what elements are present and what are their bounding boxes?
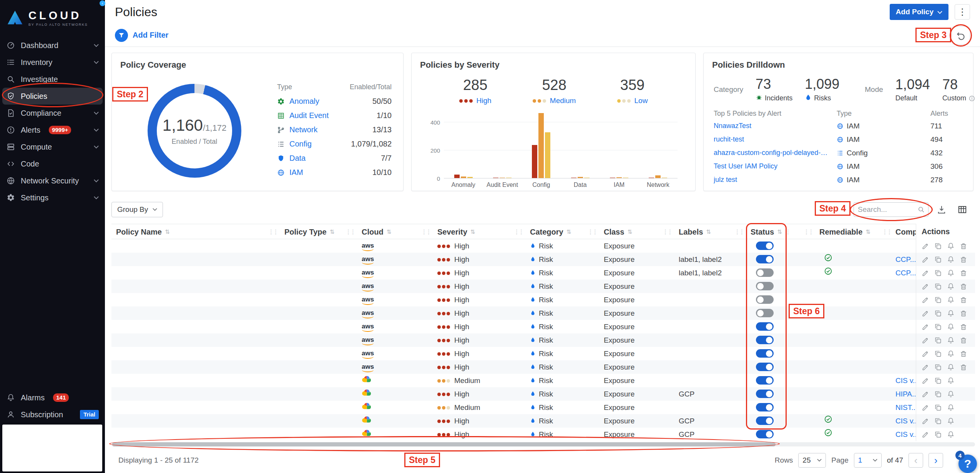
table-row[interactable]: awsHighRiskExposure [111,280,975,293]
table-row[interactable]: awsHighRiskExposurelabel1, label2CCP... [111,253,975,266]
coverage-type-link[interactable]: Anomaly [289,97,319,106]
severity-legend-link[interactable]: High [477,97,492,105]
compliance-link[interactable]: HIPA... [895,390,918,398]
status-toggle[interactable] [756,241,774,250]
bell-action-button[interactable] [947,323,955,331]
bell-action-button[interactable] [947,390,955,398]
column-grip[interactable]: ⋮⋮ [588,228,599,235]
compliance-link[interactable]: CIS v... [895,376,919,385]
sort-icon[interactable]: ⇅ [706,228,711,235]
table-row[interactable]: awsHighRiskExposure [111,360,975,374]
sidebar-item-policies[interactable]: Policies [2,88,103,105]
copy-action-button[interactable] [934,377,942,385]
bell-action-button[interactable] [947,363,955,371]
edit-action-button[interactable] [922,269,929,277]
sidebar-item-compute[interactable]: Compute [0,138,105,155]
column-header-policy-type[interactable]: Policy Type⇅⋮⋮ [284,224,357,240]
copy-action-button[interactable] [934,431,942,438]
trash-action-button[interactable] [960,350,967,358]
copy-action-button[interactable] [934,417,942,425]
help-button[interactable]: ? 4 [958,455,977,473]
bar-high[interactable] [532,145,537,178]
status-toggle[interactable] [756,416,774,425]
search-input[interactable] [854,205,917,214]
status-toggle[interactable] [756,403,774,411]
add-policy-button[interactable]: Add Policy [890,4,948,20]
edit-action-button[interactable] [922,390,929,398]
scrollbar-thumb[interactable] [112,442,776,446]
column-grip[interactable]: ⋮⋮ [785,228,789,235]
horizontal-scrollbar[interactable] [111,442,975,446]
copy-action-button[interactable] [934,310,942,317]
column-header-severity[interactable]: Severity⇅⋮⋮ [437,224,525,240]
sort-icon[interactable]: ⇅ [165,228,170,235]
sort-icon[interactable]: ⇅ [627,228,632,235]
sort-icon[interactable]: ⇅ [387,228,392,235]
trash-action-button[interactable] [960,296,967,304]
copy-action-button[interactable] [934,269,942,277]
bell-action-button[interactable] [947,336,955,344]
table-row[interactable]: HighRiskExposureGCPCIS v... [111,414,975,428]
group-by-button[interactable]: Group By [111,202,163,217]
sidebar-item-inventory[interactable]: Inventory [0,54,105,71]
trash-action-button[interactable] [960,363,967,371]
trash-action-button[interactable] [960,242,967,250]
copy-action-button[interactable] [934,350,942,358]
bell-action-button[interactable] [947,283,955,290]
table-row[interactable]: awsHighRiskExposure [111,293,975,306]
edit-action-button[interactable] [922,350,929,358]
table-row[interactable]: awsHighRiskExposure [111,320,975,333]
status-toggle[interactable] [756,282,774,290]
trash-action-button[interactable] [960,323,967,331]
edit-action-button[interactable] [922,404,929,411]
sort-icon[interactable]: ⇅ [566,228,571,235]
kebab-menu-button[interactable]: ⋮ [955,4,970,20]
copy-action-button[interactable] [934,242,942,250]
download-button[interactable] [934,202,949,217]
column-grip[interactable]: ⋮⋮ [514,228,525,235]
column-grip[interactable]: ⋮⋮ [663,228,674,235]
sort-icon[interactable]: ⇅ [777,228,782,235]
edit-action-button[interactable] [922,431,929,438]
coverage-type-link[interactable]: IAM [289,168,303,177]
column-grip[interactable]: ⋮⋮ [345,228,357,235]
status-toggle[interactable] [756,363,774,371]
column-grip[interactable]: ⋮⋮ [734,228,746,235]
sidebar-item-network-security[interactable]: Network Security [0,172,105,189]
columns-button[interactable] [955,202,970,217]
status-toggle[interactable] [756,295,774,304]
bell-action-button[interactable] [947,431,955,438]
table-row[interactable]: MediumRiskExposureCIS v... [111,374,975,387]
trash-action-button[interactable] [960,336,967,344]
status-toggle[interactable] [756,268,774,277]
table-row[interactable]: awsHighRiskExposure [111,347,975,360]
severity-legend-link[interactable]: Low [635,97,648,105]
sidebar-item-dashboard[interactable]: Dashboard [0,37,105,54]
table-row[interactable]: awsHighRiskExposure [111,333,975,347]
coverage-type-link[interactable]: Network [289,125,317,134]
severity-legend-link[interactable]: Medium [550,97,576,105]
bell-action-button[interactable] [947,242,955,250]
search-box[interactable] [854,202,929,217]
edit-action-button[interactable] [922,310,929,317]
top-policy-link[interactable]: julz test [714,176,837,184]
status-toggle[interactable] [756,349,774,358]
sidebar-collapse-button[interactable]: ‹ [100,0,105,6]
copy-action-button[interactable] [934,283,942,290]
status-toggle[interactable] [756,309,774,317]
bell-action-button[interactable] [947,377,955,385]
column-header-cloud[interactable]: Cloud⇅⋮⋮ [362,224,433,240]
bell-action-button[interactable] [947,310,955,317]
status-toggle[interactable] [756,322,774,331]
sidebar-item-investigate[interactable]: Investigate [0,71,105,88]
add-filter-button[interactable]: Add Filter [133,31,168,40]
compliance-link[interactable]: NIST... [895,403,917,411]
bell-action-button[interactable] [947,404,955,411]
sidebar-item-alarms[interactable]: Alarms 141 [0,389,105,406]
trash-action-button[interactable] [960,256,967,263]
column-header-class[interactable]: Class⇅⋮⋮ [604,224,674,240]
copy-action-button[interactable] [934,336,942,344]
bar-medium[interactable] [538,113,544,178]
table-row[interactable]: awsHighRiskExposure [111,239,975,253]
compliance-link[interactable]: CIS v... [895,430,919,438]
